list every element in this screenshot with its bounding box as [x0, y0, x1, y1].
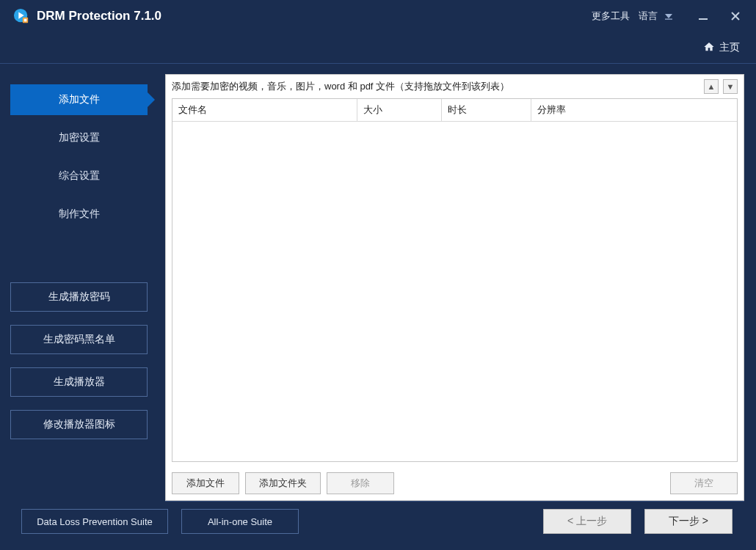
gen-player-button[interactable]: 生成播放器	[10, 367, 148, 397]
btn-label: 添加文件	[186, 477, 225, 490]
move-up-button[interactable]: ▲	[704, 79, 719, 94]
svg-rect-5	[665, 19, 672, 20]
titlebar: DRM Protection 7.1.0 更多工具 语言	[0, 0, 756, 32]
btn-label: 下一步 >	[669, 515, 708, 528]
content: 添加需要加密的视频，音乐，图片，word 和 pdf 文件（支持拖放文件到该列表…	[158, 64, 756, 550]
arrow-up-icon: ▲	[708, 82, 716, 91]
col-duration[interactable]: 时长	[442, 99, 531, 121]
btn-label: 生成密码黑名单	[43, 333, 115, 346]
home-label: 主页	[719, 41, 740, 54]
more-tools-link[interactable]: 更多工具	[590, 7, 631, 26]
next-step-button[interactable]: 下一步 >	[644, 509, 733, 534]
nav-list: 添加文件 加密设置 综合设置 制作文件	[10, 84, 148, 237]
table-header: 文件名 大小 时长 分辨率	[172, 99, 737, 122]
panel: 添加需要加密的视频，音乐，图片，word 和 pdf 文件（支持拖放文件到该列表…	[165, 74, 744, 501]
prev-step-button[interactable]: < 上一步	[543, 509, 631, 534]
file-actions: 添加文件 添加文件夹 移除 清空	[166, 468, 744, 500]
btn-label: All-in-one Suite	[208, 516, 272, 527]
btn-label: 修改播放器图标	[43, 418, 115, 431]
close-button[interactable]	[727, 7, 744, 25]
titlebar-left: DRM Protection 7.1.0	[13, 8, 161, 24]
side-buttons: 生成播放密码 生成密码黑名单 生成播放器 修改播放器图标	[10, 282, 148, 439]
nav-label: 添加文件	[59, 93, 100, 106]
btn-label: 生成播放密码	[48, 290, 110, 304]
nav-add-files[interactable]: 添加文件	[10, 84, 148, 115]
hint-row: 添加需要加密的视频，音乐，图片，word 和 pdf 文件（支持拖放文件到该列表…	[166, 75, 744, 98]
gen-password-blacklist-button[interactable]: 生成密码黑名单	[10, 325, 148, 354]
nav-label: 制作文件	[59, 208, 100, 221]
move-down-button[interactable]: ▼	[723, 79, 738, 94]
nav-make-files[interactable]: 制作文件	[10, 199, 148, 230]
add-file-button[interactable]: 添加文件	[172, 472, 239, 494]
sidebar: 添加文件 加密设置 综合设置 制作文件 生成播放密码 生成密码黑名单 生成播放器…	[0, 64, 158, 550]
nav-general-settings[interactable]: 综合设置	[10, 161, 148, 191]
add-folder-button[interactable]: 添加文件夹	[245, 472, 321, 494]
col-resolution[interactable]: 分辨率	[531, 99, 737, 121]
btn-label: Data Loss Prevention Suite	[37, 516, 153, 527]
app-icon	[13, 8, 29, 24]
btn-label: < 上一步	[567, 515, 607, 528]
minimize-button[interactable]	[694, 7, 712, 25]
aio-suite-button[interactable]: All-in-one Suite	[181, 509, 299, 534]
home-row: 主页	[0, 32, 756, 63]
home-link[interactable]: 主页	[703, 41, 740, 55]
app-title: DRM Protection 7.1.0	[37, 9, 161, 23]
reorder-buttons: ▲ ▼	[704, 79, 738, 94]
nav-label: 加密设置	[59, 131, 100, 144]
dlp-suite-button[interactable]: Data Loss Prevention Suite	[21, 509, 168, 534]
col-size[interactable]: 大小	[357, 99, 442, 121]
svg-rect-6	[699, 18, 708, 20]
btn-label: 生成播放器	[54, 375, 105, 389]
btn-label: 清空	[694, 477, 713, 490]
footer: Data Loss Prevention Suite All-in-one Su…	[165, 501, 744, 541]
svg-marker-4	[665, 14, 672, 18]
remove-button[interactable]: 移除	[327, 472, 394, 494]
language-link[interactable]: 语言	[637, 7, 659, 26]
clear-button[interactable]: 清空	[670, 472, 738, 494]
col-filename[interactable]: 文件名	[172, 99, 357, 121]
language-dropdown-icon[interactable]	[664, 11, 674, 21]
arrow-down-icon: ▼	[727, 82, 735, 91]
titlebar-right: 更多工具 语言	[590, 7, 749, 26]
svg-rect-3	[24, 19, 27, 22]
main: 添加文件 加密设置 综合设置 制作文件 生成播放密码 生成密码黑名单 生成播放器…	[0, 64, 756, 550]
btn-label: 移除	[351, 477, 370, 490]
table-body[interactable]	[172, 122, 737, 461]
gen-play-password-button[interactable]: 生成播放密码	[10, 282, 148, 312]
file-table[interactable]: 文件名 大小 时长 分辨率	[172, 98, 738, 462]
hint-text: 添加需要加密的视频，音乐，图片，word 和 pdf 文件（支持拖放文件到该列表…	[172, 80, 509, 93]
nav-label: 综合设置	[59, 169, 100, 183]
btn-label: 添加文件夹	[259, 477, 307, 490]
modify-player-icon-button[interactable]: 修改播放器图标	[10, 410, 148, 439]
home-icon	[703, 41, 715, 55]
nav-encrypt-settings[interactable]: 加密设置	[10, 122, 148, 153]
